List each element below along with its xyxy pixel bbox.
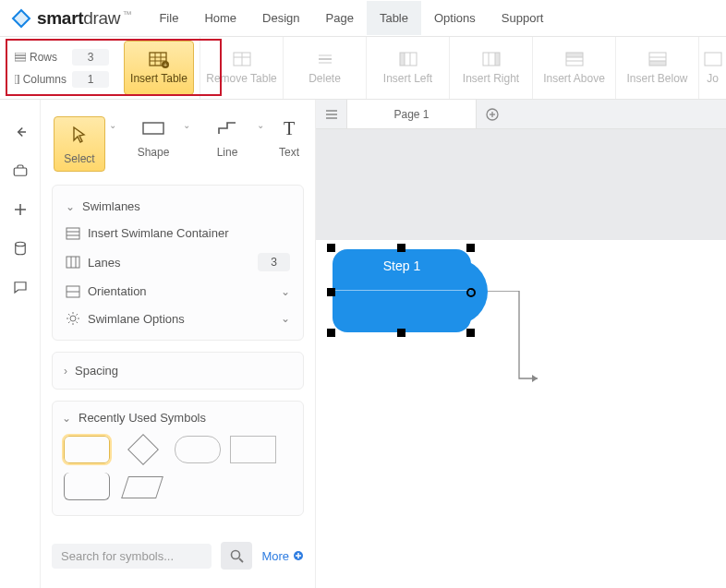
insert-table-label: Insert Table [130,72,188,85]
resize-handle-ml[interactable] [327,288,335,296]
svg-point-59 [231,550,239,558]
select-caret[interactable]: ⌄ [105,116,120,134]
insert-table-icon: + [149,52,169,68]
orientation-icon [66,285,80,298]
shape-step-1[interactable]: Step 1 [333,249,471,332]
tool-line[interactable]: Line [201,116,253,159]
svg-rect-42 [67,228,79,239]
resize-handle-tm[interactable] [397,244,405,252]
insert-below-button[interactable]: Insert Below [615,37,698,99]
remove-table-label: Remove Table [206,72,277,85]
insert-above-button[interactable]: Insert Above [532,37,615,99]
search-icon [230,549,244,563]
toolbox-icon[interactable] [12,162,29,179]
svg-rect-27 [566,53,583,57]
insert-below-label: Insert Below [626,72,687,85]
cols-icon [15,75,19,84]
resize-handle-bm[interactable] [397,329,405,337]
swimlane-options-row[interactable]: Swimlane Options⌄ [62,305,294,332]
svg-line-58 [77,314,79,316]
resize-handle-bl[interactable] [327,329,335,337]
lanes-icon [66,256,80,269]
svg-rect-35 [705,53,721,66]
tab-page-1[interactable]: Page 1 [347,100,477,128]
add-page-icon[interactable] [477,100,508,128]
gear-icon [66,311,80,326]
menu-options[interactable]: Options [421,1,489,35]
resize-handle-br[interactable] [466,329,475,337]
menu-file[interactable]: File [146,1,191,35]
menu-design[interactable]: Design [249,1,312,35]
insert-swimlane-container[interactable]: Insert Swimlane Container [62,220,294,246]
recent-header[interactable]: ⌄Recently Used Symbols [62,409,294,428]
menu-home[interactable]: Home [191,1,249,35]
canvas[interactable]: Start Step 1 [316,240,726,582]
text-icon: T [284,118,295,139]
symbol-search-input[interactable]: Search for symbols... [52,544,212,569]
search-placeholder: Search for symbols... [61,549,174,563]
symbol-pill[interactable] [175,436,221,463]
insert-left-label: Insert Left [383,72,432,85]
svg-rect-31 [649,61,666,66]
orientation-row[interactable]: Orientation⌄ [62,278,294,305]
symbol-rect[interactable] [230,436,276,463]
more-label: More [261,549,289,563]
more-link[interactable]: More [261,549,304,563]
tool-select[interactable]: Select [54,116,105,172]
plus-icon[interactable] [12,201,29,218]
logo-text: smartdraw ™ [37,8,131,29]
svg-rect-19 [400,53,405,66]
chat-icon[interactable] [12,279,29,295]
remove-table-button[interactable]: Remove Table [200,37,283,99]
symbol-search-button[interactable] [221,542,252,570]
tool-text[interactable]: T Text [275,116,303,159]
rect-icon [141,120,165,137]
delete-button[interactable]: Delete [283,37,366,99]
canvas-area: Page 1 Start Step 1 [316,100,726,588]
insert-table-button[interactable]: + Insert Table [124,41,194,95]
insert-right-button[interactable]: Insert Right [449,37,532,99]
resize-handle-tr[interactable] [466,244,475,252]
back-icon[interactable] [12,124,29,140]
resize-handle-tl[interactable] [327,244,335,252]
rotate-handle[interactable] [466,288,476,297]
tool-shape-label: Shape [138,146,170,159]
rows-icon [15,53,26,62]
cols-input[interactable]: 1 [72,71,109,88]
tool-shape[interactable]: Shape [127,116,179,159]
join-button[interactable]: Jo [698,37,726,99]
spacing-label: Spacing [75,364,118,378]
connector[interactable] [488,291,562,392]
shape-step-1-label: Step 1 [383,258,420,332]
tool-text-label: Text [279,146,299,159]
database-icon[interactable] [12,240,29,257]
recent-label: Recently Used Symbols [79,411,206,425]
insert-above-label: Insert Above [543,72,605,85]
symbol-parallelogram[interactable] [119,473,165,500]
line-caret[interactable]: ⌄ [253,116,268,134]
page-list-icon[interactable] [316,100,347,128]
symbol-open-rect[interactable] [64,473,110,500]
swimlane-container-icon [66,227,80,240]
join-label: Jo [707,72,719,85]
svg-rect-37 [14,168,27,175]
cols-label: Columns [23,73,67,86]
spacing-section[interactable]: ›Spacing [52,352,304,390]
symbol-diamond[interactable] [119,436,165,463]
swimlanes-header[interactable]: ⌄Swimlanes [62,193,294,220]
shape-caret[interactable]: ⌄ [179,116,194,134]
table-ribbon: Rows 3 Columns 1 + Insert Table Remove T… [0,37,726,100]
remove-table-icon [233,52,251,66]
lanes-row[interactable]: Lanes3 [62,246,294,278]
line-icon [216,120,238,137]
menu-support[interactable]: Support [489,1,557,35]
svg-line-55 [68,314,70,316]
rows-input[interactable]: 3 [72,49,109,66]
menu-page[interactable]: Page [313,1,367,35]
symbol-rounded-rect[interactable] [64,436,110,463]
delete-icon [316,52,334,66]
insert-left-button[interactable]: Insert Left [366,37,449,99]
swimlanes-header-label: Swimlanes [82,199,290,213]
menu-table[interactable]: Table [367,1,421,35]
lanes-count[interactable]: 3 [258,253,290,271]
